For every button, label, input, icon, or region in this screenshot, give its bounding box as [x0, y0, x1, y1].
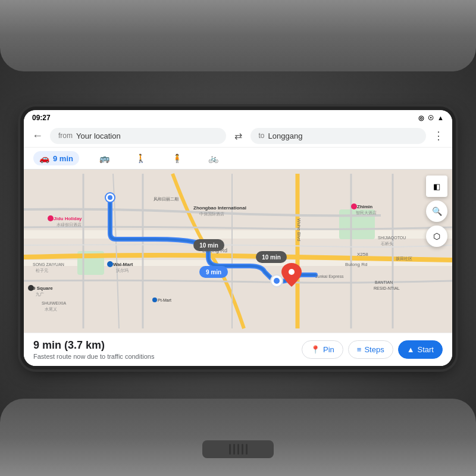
steps-label: Steps	[364, 345, 384, 354]
transit-icon: 🚌	[99, 154, 109, 163]
svg-text:SHUIWEIXIA: SHUIWEIXIA	[42, 301, 67, 305]
walk-icon: 🚶	[136, 154, 146, 163]
drive-time: 9 min	[53, 154, 73, 163]
status-bar: 09:27 ◎ ☉ ▲	[24, 110, 452, 124]
dashboard-bottom	[0, 399, 476, 476]
to-input[interactable]: to Longgang	[250, 128, 427, 144]
center-vent	[202, 440, 274, 458]
layers-button[interactable]: ◧	[426, 176, 447, 197]
svg-text:SHIJIAQOTOU: SHIJIAQOTOU	[378, 236, 406, 240]
pin-button[interactable]: 📍 Pin	[302, 340, 343, 359]
car-frame: 09:27 ◎ ☉ ▲ ← from Your location ⇄ to Lo…	[0, 0, 476, 476]
route-note: Fastest route now due to traffic conditi…	[33, 353, 154, 360]
svg-point-38	[28, 285, 34, 291]
dashboard-top	[0, 0, 476, 71]
from-label: from	[58, 131, 73, 140]
svg-text:SONG ZAIYUAN: SONG ZAIYUAN	[33, 262, 64, 267]
svg-text:松子元: 松子元	[36, 268, 48, 273]
zoom-button[interactable]: 🔍	[426, 201, 447, 222]
signal-icon: ▲	[437, 114, 444, 121]
wifi-icon: ☉	[428, 114, 434, 122]
action-buttons: 📍 Pin ≡ Steps ▲ Start	[302, 340, 443, 359]
svg-text:Zhimin: Zhimin	[357, 204, 372, 209]
more-button[interactable]: ⋮	[431, 127, 446, 145]
svg-point-22	[48, 215, 54, 221]
route-time: 9 min (3.7 km)	[33, 339, 154, 352]
pedestrian-icon: 🧍	[172, 154, 182, 163]
svg-text:Bulong Rd: Bulong Rd	[345, 262, 367, 267]
bike-icon: 🚲	[208, 154, 218, 163]
tab-bike[interactable]: 🚲	[202, 151, 224, 165]
pin-icon: 📍	[311, 345, 320, 354]
svg-text:Wal-Mart: Wal-Mart	[113, 262, 133, 267]
svg-text:智民大酒店: 智民大酒店	[356, 211, 377, 215]
compass-button[interactable]: ⬡	[426, 226, 447, 247]
svg-point-27	[351, 203, 357, 209]
tab-transit[interactable]: 🚌	[93, 151, 115, 165]
screen-container: 09:27 ◎ ☉ ▲ ← from Your location ⇄ to Lo…	[24, 110, 452, 366]
svg-text:Pt-Mart: Pt-Mart	[158, 298, 171, 302]
tab-walk[interactable]: 🚶	[130, 151, 152, 165]
from-input[interactable]: from Your location	[50, 128, 226, 144]
status-icons: ◎ ☉ ▲	[418, 114, 444, 122]
vent-line	[233, 444, 235, 455]
svg-text:风和日丽二期: 风和日丽二期	[154, 197, 178, 201]
to-label: to	[259, 131, 265, 140]
svg-point-35	[107, 261, 113, 267]
route-info: 9 min (3.7 km) Fastest route now due to …	[33, 339, 154, 360]
svg-text:坂田社区: 坂田社区	[395, 256, 412, 261]
vent-line	[246, 444, 248, 455]
from-value: Your location	[76, 131, 121, 140]
mode-tabs: 🚗 9 min 🚌 🚶 🧍 🚲	[24, 148, 452, 170]
svg-text:9 Square: 9 Square	[33, 286, 53, 291]
navigate-icon: ▲	[407, 345, 415, 354]
svg-point-16	[274, 278, 280, 284]
location-icon: ◎	[418, 114, 424, 122]
nav-bar: ← from Your location ⇄ to Longgang ⋮	[24, 124, 452, 148]
svg-text:Junkai Express: Junkai Express	[315, 274, 344, 279]
svg-point-47	[152, 298, 157, 302]
pin-label: Pin	[323, 345, 334, 354]
svg-text:水尾乂: 水尾乂	[45, 307, 57, 312]
svg-text:RESID-NTIAL: RESID-NTIAL	[374, 286, 400, 290]
steps-button[interactable]: ≡ Steps	[348, 340, 393, 359]
vent-line	[237, 444, 239, 455]
svg-text:石桥头: 石桥头	[381, 242, 393, 246]
tab-walk2[interactable]: 🧍	[166, 151, 188, 165]
vent-line	[242, 444, 243, 455]
back-button[interactable]: ←	[30, 127, 45, 145]
bottom-panel: 9 min (3.7 km) Fastest route now due to …	[24, 333, 452, 366]
svg-text:九广: 九广	[36, 292, 44, 296]
vent-line	[229, 444, 231, 455]
to-value: Longgang	[268, 131, 303, 140]
svg-text:Bulong Rd: Bulong Rd	[202, 248, 227, 253]
start-label: Start	[418, 345, 434, 354]
svg-point-14	[108, 195, 112, 200]
svg-text:BANTIAN: BANTIAN	[375, 280, 393, 284]
svg-text:10 min: 10 min	[262, 254, 281, 261]
svg-text:Wuhe Blvd: Wuhe Blvd	[296, 218, 302, 242]
svg-text:Jidu Holiday: Jidu Holiday	[54, 216, 82, 221]
swap-button[interactable]: ⇄	[231, 128, 246, 144]
map-area[interactable]: 10 min 10 min 9 min B	[24, 170, 452, 333]
svg-text:9 min: 9 min	[206, 269, 221, 275]
svg-text:X258: X258	[357, 252, 368, 257]
start-button[interactable]: ▲ Start	[398, 340, 443, 359]
screen: 09:27 ◎ ☉ ▲ ← from Your location ⇄ to Lo…	[24, 110, 452, 366]
steps-icon: ≡	[357, 345, 362, 354]
map-svg: 10 min 10 min 9 min B	[24, 170, 452, 333]
time-display: 09:27	[32, 114, 51, 122]
svg-text:沃尔玛: 沃尔玛	[116, 268, 129, 273]
tab-drive[interactable]: 🚗 9 min	[33, 151, 79, 165]
svg-text:Zhongbao International: Zhongbao International	[193, 205, 246, 211]
svg-point-12	[289, 269, 295, 275]
car-icon: 🚗	[39, 154, 49, 163]
svg-text:中保国际酒店: 中保国际酒店	[199, 212, 224, 216]
map-overlay-right: ◧ 🔍 ⬡	[426, 176, 447, 247]
svg-text:水碌假日酒店: 水碌假日酒店	[57, 223, 82, 227]
